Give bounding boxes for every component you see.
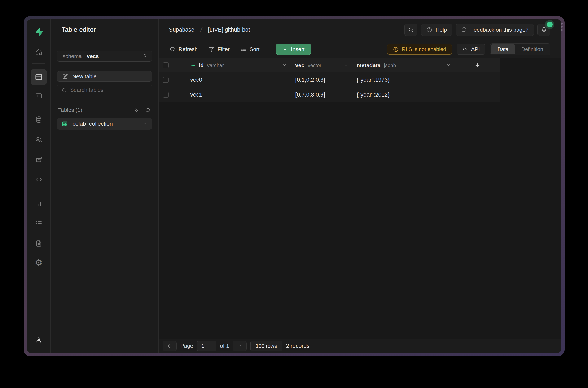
column-name: id	[199, 62, 204, 69]
breadcrumb-org[interactable]: Supabase	[169, 27, 195, 33]
breadcrumb-separator: /	[199, 26, 203, 33]
cell-vec[interactable]: [0.1,0.2,0.3]	[295, 77, 325, 83]
schema-select-value: vecs	[87, 53, 99, 59]
column-type: vector	[308, 62, 321, 68]
collapse-all-icon[interactable]	[134, 107, 139, 113]
filter-label: Filter	[218, 46, 230, 53]
supabase-logo[interactable]	[34, 27, 44, 37]
sidebar-item-api-docs[interactable]	[33, 238, 45, 249]
chevron-down-icon[interactable]	[282, 62, 287, 68]
plus-icon	[475, 62, 481, 68]
icon-rail: ⚙	[27, 20, 50, 353]
sidebar-item-table-editor[interactable]	[31, 69, 47, 85]
sidebar-item-home[interactable]	[33, 46, 45, 58]
code-icon	[462, 46, 468, 52]
tab-data[interactable]: Data	[491, 44, 515, 54]
alert-circle-icon	[393, 47, 399, 52]
cell-metadata[interactable]: {"year":1973}	[357, 77, 390, 83]
window-drag-handle[interactable]	[561, 23, 563, 31]
search-icon	[408, 27, 414, 33]
tables-section-header: Tables (1)	[57, 107, 152, 113]
cell-id[interactable]: vec1	[190, 92, 202, 98]
schema-select[interactable]: schema vecs	[57, 51, 152, 62]
list-icon	[35, 220, 42, 227]
breadcrumb-project[interactable]: [LIVE] github-bot	[208, 27, 250, 33]
prev-page-button[interactable]	[163, 341, 177, 351]
schema-select-label: schema	[63, 53, 82, 59]
column-type: jsonb	[384, 62, 396, 68]
code-icon	[35, 176, 42, 183]
supabase-app: ⚙ Table editor schema vecs	[27, 20, 561, 353]
refresh-tables-icon[interactable]	[145, 107, 151, 113]
chat-bubble-icon	[461, 27, 467, 33]
grid-header-row: id varchar vec vector metadata jsonb	[159, 58, 500, 73]
sidebar-item-sql-editor[interactable]	[33, 90, 45, 102]
select-all-checkbox[interactable]	[163, 62, 169, 68]
sidebar-item-database[interactable]	[33, 114, 45, 125]
refresh-button[interactable]: Refresh	[170, 44, 203, 55]
record-count: 2 records	[286, 343, 310, 349]
top-header: Supabase / [LIVE] github-bot Help Feedba…	[159, 20, 561, 40]
sidebar-item-settings[interactable]: ⚙	[33, 257, 45, 268]
chevron-down-icon[interactable]	[343, 62, 348, 68]
table-name: colab_collection	[73, 121, 113, 127]
cell-vec[interactable]: [0.7,0.8,0.9]	[295, 92, 325, 98]
feedback-button[interactable]: Feedback on this page?	[456, 24, 534, 36]
chevron-down-icon[interactable]	[446, 62, 451, 68]
api-button[interactable]: API	[457, 44, 485, 55]
sidebar-item-edge-functions[interactable]	[33, 174, 45, 185]
sidebar-item-reports[interactable]	[33, 198, 45, 210]
cell-id[interactable]: vec0	[190, 77, 202, 83]
sidebar-item-logs[interactable]	[33, 218, 45, 229]
sidebar-item-storage[interactable]	[33, 154, 45, 165]
table-row[interactable]: vec1 [0.7,0.8,0.9] {"year":2012}	[159, 87, 500, 102]
pagination-footer: Page of 1 100 rows 2 records	[159, 339, 561, 353]
tab-definition[interactable]: Definition	[515, 44, 549, 54]
account-avatar[interactable]	[33, 334, 45, 346]
refresh-label: Refresh	[178, 46, 197, 53]
new-table-button[interactable]: New table	[57, 71, 152, 82]
filter-button[interactable]: Filter	[203, 44, 235, 55]
column-header-id[interactable]: id varchar	[186, 58, 291, 73]
gear-icon: ⚙	[35, 258, 43, 267]
sidebar-item-colab-collection[interactable]: colab_collection	[57, 118, 152, 130]
grid-toolbar: Refresh Filter Sort Insert RLS is	[159, 40, 561, 58]
chevron-down-icon[interactable]	[142, 121, 147, 127]
supabase-bolt-icon	[34, 27, 44, 37]
tables-count-label: Tables (1)	[58, 107, 82, 113]
table-editor-icon	[35, 73, 43, 81]
sidebar-item-auth[interactable]	[33, 134, 45, 146]
archive-icon	[35, 156, 42, 163]
bell-icon	[541, 27, 547, 33]
next-page-button[interactable]	[233, 341, 247, 351]
table-row[interactable]: vec0 [0.1,0.2,0.3] {"year":1973}	[159, 73, 500, 87]
search-button[interactable]	[404, 24, 417, 36]
rls-warning-badge[interactable]: RLS is not enabled	[387, 44, 452, 55]
edit-icon	[62, 73, 68, 79]
users-icon	[35, 136, 42, 143]
add-column-button[interactable]	[455, 58, 500, 73]
table-icon	[62, 121, 68, 127]
row-checkbox[interactable]	[163, 77, 169, 83]
sort-button[interactable]: Sort	[235, 44, 265, 55]
help-button[interactable]: Help	[421, 24, 452, 36]
column-type: varchar	[207, 62, 224, 68]
table-editor-sidebar: Table editor schema vecs New table	[50, 20, 159, 353]
bar-chart-icon	[35, 200, 42, 208]
row-checkbox[interactable]	[163, 92, 169, 98]
search-tables-input[interactable]	[70, 87, 147, 93]
primary-key-icon	[190, 63, 196, 68]
search-icon	[61, 87, 66, 93]
divider	[32, 108, 45, 108]
insert-button[interactable]: Insert	[276, 44, 311, 55]
help-label: Help	[436, 27, 447, 33]
user-icon	[35, 336, 42, 343]
page-title: Table editor	[62, 26, 96, 33]
rows-per-page-button[interactable]: 100 rows	[250, 341, 282, 351]
cell-metadata[interactable]: {"year":2012}	[357, 92, 390, 98]
page-number-input[interactable]	[197, 341, 216, 351]
column-header-vec[interactable]: vec vector	[291, 58, 352, 73]
sort-label: Sort	[249, 46, 260, 53]
column-header-metadata[interactable]: metadata jsonb	[352, 58, 455, 73]
page-total-label: of 1	[220, 343, 229, 349]
